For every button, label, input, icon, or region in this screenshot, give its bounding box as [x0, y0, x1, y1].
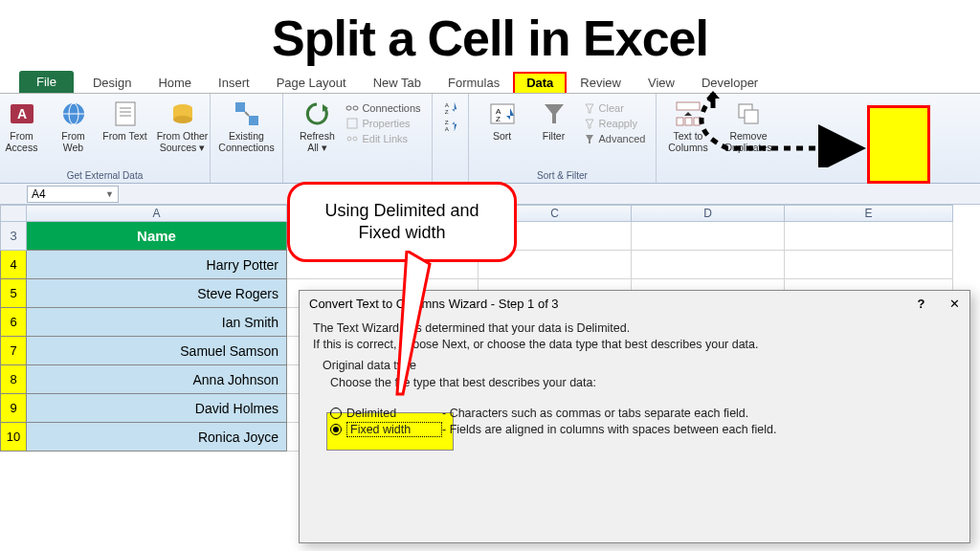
refresh-all-button[interactable]: Refresh All ▾ — [294, 97, 340, 153]
data-cell[interactable]: Samuel Samson — [27, 337, 287, 365]
tab-insert[interactable]: Insert — [205, 72, 263, 93]
svg-rect-12 — [235, 102, 245, 112]
close-button[interactable]: ✕ — [949, 297, 960, 311]
tab-formulas[interactable]: Formulas — [434, 72, 513, 93]
tab-review[interactable]: Review — [567, 72, 635, 93]
col-header-a[interactable]: A — [27, 205, 287, 222]
svg-rect-5 — [116, 102, 135, 125]
existing-connections-button[interactable]: Existing Connections — [213, 97, 280, 153]
sort-button[interactable]: AZ Sort — [479, 97, 525, 146]
tab-data[interactable]: Data — [513, 72, 567, 93]
page-title: Split a Cell in Excel — [0, 0, 980, 69]
svg-marker-33 — [586, 120, 593, 128]
sort-icon: AZ — [487, 99, 518, 129]
empty-cell[interactable] — [785, 222, 953, 251]
text-icon — [110, 99, 141, 129]
from-web-button[interactable]: From Web — [51, 97, 97, 153]
svg-rect-37 — [677, 118, 683, 125]
clear-icon — [583, 101, 596, 115]
radio-fixed-width[interactable]: Fixed width - Fields are aligned in colu… — [330, 422, 956, 437]
remove-duplicates-button[interactable]: Remove Duplicates — [722, 97, 775, 153]
row-header[interactable]: 3 — [0, 222, 27, 251]
edit-links-icon — [345, 132, 359, 145]
name-box[interactable]: A4▼ — [27, 186, 119, 203]
web-icon — [58, 99, 89, 129]
data-cell[interactable]: Anna Johnson — [27, 365, 287, 394]
properties-icon — [345, 117, 359, 130]
svg-marker-32 — [586, 104, 593, 113]
svg-marker-23 — [452, 102, 457, 112]
svg-text:A: A — [444, 125, 449, 132]
data-cell[interactable]: Ronica Joyce — [27, 423, 287, 452]
other-sources-icon — [167, 99, 198, 129]
svg-text:A: A — [444, 101, 449, 108]
advanced-icon — [583, 132, 596, 145]
text-to-columns-button[interactable]: Text to Columns — [660, 97, 716, 153]
from-access-button[interactable]: A From Access — [0, 97, 45, 153]
svg-rect-18 — [347, 119, 357, 128]
help-button[interactable]: ? — [917, 297, 924, 311]
reapply-button: Reapply — [583, 117, 646, 130]
sort-za-button[interactable]: ZA — [436, 114, 465, 137]
connections-button[interactable]: Connections — [345, 101, 420, 115]
radio-delimited[interactable]: Delimited - Characters such as commas or… — [330, 407, 956, 420]
svg-text:Z: Z — [496, 115, 501, 123]
select-all-corner[interactable] — [0, 205, 27, 222]
empty-cell[interactable] — [632, 222, 785, 251]
data-cell[interactable]: Steve Rogers — [27, 279, 287, 308]
link-icon — [345, 101, 359, 115]
row-header[interactable]: 6 — [0, 308, 27, 337]
svg-marker-36 — [684, 112, 692, 116]
tab-file[interactable]: File — [19, 71, 74, 93]
svg-rect-16 — [346, 106, 351, 110]
ribbon: A From Access From Web From Text From Ot… — [0, 94, 980, 184]
row-header[interactable]: 4 — [0, 251, 27, 279]
from-other-button[interactable]: From Other Sources ▾ — [154, 97, 212, 153]
data-cell[interactable]: David Holmes — [27, 394, 287, 423]
svg-point-19 — [347, 137, 351, 141]
row-header[interactable]: 9 — [0, 394, 27, 423]
filter-button[interactable]: Filter — [531, 97, 577, 146]
from-text-button[interactable]: From Text — [102, 97, 148, 153]
svg-line-14 — [245, 112, 249, 116]
tab-view[interactable]: View — [635, 72, 688, 93]
data-cell[interactable]: Ian Smith — [27, 308, 287, 337]
svg-text:Z: Z — [444, 119, 448, 125]
row-header[interactable]: 5 — [0, 279, 27, 308]
svg-rect-41 — [745, 110, 758, 123]
tab-page-layout[interactable]: Page Layout — [263, 72, 360, 93]
svg-rect-13 — [249, 116, 258, 125]
empty-cell[interactable] — [785, 251, 953, 279]
svg-rect-17 — [353, 106, 358, 110]
radio-icon — [330, 424, 342, 435]
row-header[interactable]: 7 — [0, 337, 27, 365]
row-header[interactable]: 8 — [0, 365, 27, 394]
tab-new-tab[interactable]: New Tab — [360, 72, 434, 93]
data-cell[interactable]: Harry Potter — [27, 251, 287, 279]
sort-za-icon: ZA — [441, 116, 460, 135]
svg-marker-34 — [586, 135, 593, 143]
tab-home[interactable]: Home — [145, 72, 205, 93]
row-header[interactable]: 10 — [0, 423, 27, 452]
clear-button: Clear — [583, 101, 646, 115]
svg-marker-31 — [545, 104, 564, 123]
svg-point-11 — [173, 116, 192, 123]
svg-text:A: A — [16, 106, 26, 121]
group-label: Sort & Filter — [469, 170, 656, 181]
svg-rect-38 — [685, 118, 692, 125]
dropdown-icon[interactable]: ▼ — [105, 189, 114, 199]
header-cell[interactable]: Name — [27, 222, 287, 251]
tab-design[interactable]: Design — [79, 72, 145, 93]
empty-cell[interactable] — [632, 251, 785, 279]
filter-icon — [539, 99, 569, 129]
remove-duplicates-icon — [733, 99, 764, 129]
tab-developer[interactable]: Developer — [688, 72, 771, 93]
access-icon: A — [7, 99, 37, 129]
refresh-icon — [301, 99, 332, 129]
col-header-e[interactable]: E — [785, 205, 953, 222]
radio-icon — [330, 408, 342, 419]
col-header-d[interactable]: D — [632, 205, 785, 222]
svg-marker-45 — [397, 251, 430, 394]
advanced-button[interactable]: Advanced — [583, 132, 646, 145]
svg-marker-26 — [452, 121, 457, 131]
